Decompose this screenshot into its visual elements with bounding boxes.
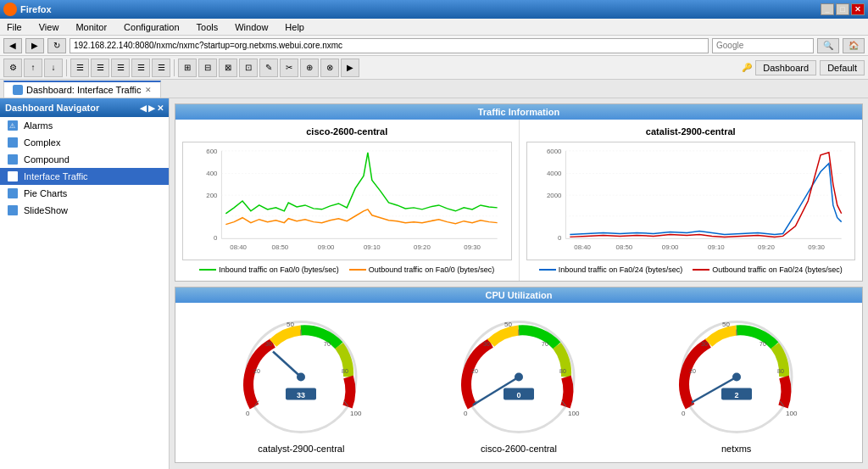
close-btn[interactable]: ✕ — [851, 3, 865, 15]
toolbar-btn-17[interactable]: ▶ — [341, 59, 359, 77]
sidebar-item-slideshow[interactable]: SlideShow — [0, 202, 169, 219]
sidebar-nav-left[interactable]: ◀ — [140, 103, 147, 113]
svg-text:09:30: 09:30 — [464, 243, 481, 251]
compound-icon — [7, 154, 19, 165]
toolbar-btn-9[interactable]: ⊞ — [178, 59, 197, 77]
sidebar-item-complex[interactable]: Complex — [0, 134, 169, 151]
svg-text:80: 80 — [342, 368, 348, 374]
svg-rect-4 — [8, 171, 18, 181]
tab-label: Dashboard: Interface Traffic — [26, 85, 142, 95]
svg-text:30: 30 — [701, 341, 708, 347]
menu-tools[interactable]: Tools — [193, 20, 222, 34]
refresh-btn[interactable]: ↻ — [47, 38, 66, 53]
forward-btn[interactable]: ▶ — [25, 38, 44, 53]
sidebar-item-compound[interactable]: Compound — [0, 151, 169, 168]
search-btn[interactable]: 🔍 — [817, 38, 839, 53]
search-input[interactable] — [712, 38, 814, 53]
sidebar-nav-right[interactable]: ▶ — [148, 103, 155, 113]
window-controls: _ □ ✕ — [821, 3, 865, 15]
main-tab[interactable]: Dashboard: Interface Traffic ✕ — [3, 81, 161, 98]
sidebar-item-pie-charts[interactable]: Pie Charts — [0, 185, 169, 202]
sidebar-header: Dashboard Navigator ◀ ▶ ✕ — [0, 98, 169, 117]
menu-file[interactable]: File — [3, 20, 25, 34]
svg-text:2000: 2000 — [546, 192, 561, 199]
chart-cisco-title: cisco-2600-central — [182, 126, 512, 137]
menu-configuration[interactable]: Configuration — [120, 20, 182, 34]
toolbar-btn-10[interactable]: ⊟ — [198, 59, 217, 77]
toolbar-btn-6[interactable]: ☰ — [111, 59, 130, 77]
svg-point-51 — [297, 373, 305, 382]
tab-close-btn[interactable]: ✕ — [145, 86, 152, 94]
sidebar-item-alarms[interactable]: ⚠ Alarms — [0, 117, 169, 134]
url-input[interactable] — [70, 38, 709, 53]
alarms-icon: ⚠ — [7, 120, 19, 131]
svg-text:08:40: 08:40 — [230, 243, 247, 251]
interface-traffic-icon — [7, 170, 19, 182]
legend-outbound-catalist: Outbound traffic on Fa0/24 (bytes/sec) — [693, 265, 842, 274]
toolbar-btn-5[interactable]: ☰ — [91, 59, 109, 77]
svg-text:09:20: 09:20 — [758, 243, 775, 251]
menu-monitor[interactable]: Monitor — [72, 20, 110, 34]
gauge-catalyst-2900: 0 50 100 20 30 70 80 33 cataly — [233, 311, 369, 454]
toolbar-btn-3[interactable]: ↓ — [44, 59, 63, 77]
sidebar-item-interface-traffic[interactable]: Interface Traffic — [0, 168, 169, 185]
menu-help[interactable]: Help — [281, 20, 308, 34]
toolbar-btn-11[interactable]: ⊠ — [219, 59, 237, 77]
sidebar-item-interface-traffic-label: Interface Traffic — [24, 171, 88, 181]
default-button[interactable]: Default — [820, 60, 865, 75]
svg-text:20: 20 — [471, 368, 478, 374]
browser-title: Firefox — [20, 4, 52, 14]
toolbar-btn-2[interactable]: ↑ — [24, 59, 42, 77]
dashboard-button[interactable]: Dashboard — [755, 60, 816, 75]
svg-text:0: 0 — [246, 410, 250, 417]
toolbar-btn-13[interactable]: ✎ — [259, 59, 278, 77]
legend-inbound-catalist-color — [539, 269, 556, 271]
minimize-btn[interactable]: _ — [821, 3, 834, 15]
sidebar-title: Dashboard Navigator — [5, 103, 99, 113]
slideshow-icon — [7, 204, 19, 216]
chart-catalist-2900: catalist-2900-central 6000 4000 2000 — [520, 120, 863, 281]
svg-rect-5 — [8, 188, 18, 198]
svg-rect-3 — [8, 154, 18, 165]
svg-text:80: 80 — [559, 368, 566, 374]
home-btn[interactable]: 🏠 — [843, 38, 865, 53]
legend-inbound-color — [199, 269, 216, 271]
toolbar-right: 🔑 Dashboard Default — [742, 60, 865, 75]
toolbar-btn-4[interactable]: ☰ — [70, 59, 89, 77]
svg-text:08:40: 08:40 — [574, 243, 591, 251]
svg-text:70: 70 — [760, 341, 766, 347]
tab-bar: Dashboard: Interface Traffic ✕ — [0, 80, 868, 98]
toolbar-sep-2 — [174, 59, 175, 76]
charts-row: cisco-2600-central 600 400 200 0 — [175, 120, 862, 281]
svg-point-81 — [732, 373, 741, 382]
gauge-catalyst-svg: 0 50 100 20 30 70 80 33 — [233, 311, 369, 438]
legend-inbound-cisco: Inbound traffic on Fa0/0 (bytes/sec) — [199, 265, 338, 274]
svg-text:50: 50 — [504, 321, 512, 328]
toolbar-btn-16[interactable]: ⊗ — [320, 59, 339, 77]
svg-text:⚠: ⚠ — [9, 122, 15, 130]
back-btn[interactable]: ◀ — [3, 38, 22, 53]
toolbar-sep-1 — [66, 59, 67, 76]
chart-cisco-2600: cisco-2600-central 600 400 200 0 — [175, 120, 520, 281]
toolbar-btn-12[interactable]: ⊡ — [239, 59, 258, 77]
legend-inbound-label: Inbound traffic on Fa0/0 (bytes/sec) — [219, 265, 338, 274]
svg-text:50: 50 — [722, 321, 730, 328]
sidebar-close-btn[interactable]: ✕ — [157, 103, 164, 113]
svg-text:6000: 6000 — [546, 148, 561, 155]
svg-text:20: 20 — [689, 368, 696, 374]
maximize-btn[interactable]: □ — [836, 3, 849, 15]
toolbar-btn-1[interactable]: ⚙ — [3, 59, 22, 77]
svg-text:09:30: 09:30 — [808, 243, 825, 251]
toolbar-btn-7[interactable]: ☰ — [131, 59, 150, 77]
svg-text:09:00: 09:00 — [661, 243, 678, 251]
menu-window[interactable]: Window — [231, 20, 271, 34]
svg-text:0: 0 — [214, 234, 218, 242]
svg-text:09:10: 09:10 — [364, 243, 381, 251]
toolbar-btn-8[interactable]: ☰ — [152, 59, 170, 77]
svg-text:0: 0 — [682, 410, 686, 417]
menu-view[interactable]: View — [36, 20, 63, 34]
toolbar-btn-14[interactable]: ✂ — [280, 59, 298, 77]
toolbar-btn-15[interactable]: ⊕ — [300, 59, 319, 77]
svg-text:30: 30 — [265, 341, 272, 347]
svg-text:100: 100 — [568, 410, 580, 417]
